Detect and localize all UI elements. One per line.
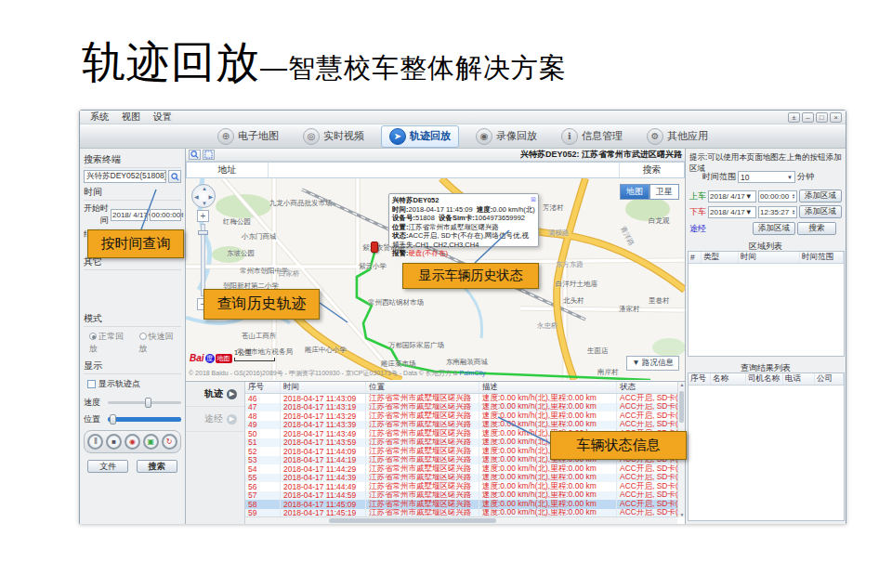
tab-live-video[interactable]: ◎ 实时视频: [295, 126, 372, 147]
terminal-dropdown[interactable]: 兴特苏DEY052(51808) ▼: [84, 170, 166, 183]
column-header[interactable]: 时间: [281, 382, 366, 393]
file-button[interactable]: 文件: [87, 460, 128, 473]
board-date-picker[interactable]: 2018/ 4/17▼: [708, 190, 756, 203]
loop-button[interactable]: ↻: [162, 434, 177, 450]
zoom-in-button[interactable]: +: [197, 210, 209, 222]
scrollbar-thumb[interactable]: [329, 518, 496, 523]
map-region-select-button[interactable]: [203, 150, 215, 160]
spinner-down-icon[interactable]: ▼: [180, 215, 184, 217]
search-terminal-label: 搜索终端: [84, 153, 181, 168]
table-row[interactable]: 472018-04-17 11:43:19江苏省常州市戚墅堰区曙兴路速度:0.0…: [245, 403, 685, 412]
compass-icon[interactable]: ▲▼ ◀▶: [191, 184, 216, 208]
map-zoom-tool-button[interactable]: [189, 150, 201, 160]
traffic-info-button[interactable]: ▼ 路况信息: [626, 356, 679, 371]
chevron-down-icon: ▼: [745, 192, 753, 201]
tab-other-apps[interactable]: ⚙ 其他应用: [639, 126, 715, 147]
column-header[interactable]: 电话: [783, 373, 815, 385]
show-track-points-checkbox[interactable]: 显示轨迹点: [84, 376, 181, 392]
close-button[interactable]: ×: [830, 112, 842, 123]
address-search-button[interactable]: 搜索: [619, 163, 684, 177]
map-icon: ⊕: [217, 128, 234, 145]
column-header[interactable]: 位置: [366, 382, 479, 393]
terminal-search-button[interactable]: [168, 170, 181, 183]
column-header[interactable]: 状态: [617, 382, 685, 393]
position-slider[interactable]: [108, 417, 181, 422]
table-tabs: 轨迹 ▶ 途经 ▶: [186, 382, 245, 524]
horizontal-scrollbar[interactable]: [245, 516, 677, 524]
map-type-toggle: 地图 卫星: [620, 184, 679, 200]
minimize-button[interactable]: –: [802, 112, 814, 123]
zoom-slider[interactable]: [201, 224, 205, 296]
board-time-spinner[interactable]: 00:00:00▲▼: [758, 190, 797, 203]
tab-track[interactable]: 轨迹 ▶: [186, 382, 244, 407]
restore-button[interactable]: □: [816, 112, 828, 123]
tab-track-playback[interactable]: ➤ 轨迹回放: [381, 125, 459, 148]
scroll-up-icon[interactable]: ▲: [678, 382, 685, 387]
region-search-button[interactable]: 搜索: [797, 222, 836, 235]
map-label: 雕庄中心小学: [305, 346, 347, 355]
column-header[interactable]: 序号: [689, 373, 711, 385]
scrollbar-thumb[interactable]: [679, 391, 684, 423]
frame-button[interactable]: ▣: [143, 434, 159, 450]
column-header[interactable]: 名称: [711, 373, 746, 385]
menu-view[interactable]: 视图: [115, 111, 147, 124]
window-controls: ± – □ ×: [788, 112, 842, 123]
column-header[interactable]: 类型: [702, 252, 739, 263]
sidebar-search-button[interactable]: 搜索: [137, 460, 177, 473]
main-toolbar: ⊕ 电子地图 ◎ 实时视频 ➤ 轨迹回放 ◉ 录像回放 ℹ 信息管理 ⚙ 其他应…: [80, 124, 846, 149]
tab-via[interactable]: 途经 ▶: [186, 407, 244, 432]
radio-normal-playback[interactable]: 正常回放: [89, 331, 132, 355]
column-header[interactable]: #: [689, 252, 702, 263]
table-row[interactable]: 462018-04-17 11:43:09江苏省常州市戚墅堰区曙兴路速度:0.0…: [245, 394, 685, 403]
table-row[interactable]: 492018-04-17 11:43:39江苏省常州市戚墅堰区曙兴路速度:0.0…: [245, 421, 685, 430]
table-row[interactable]: 572018-04-17 11:44:59江苏省常州市戚墅堰区曙兴路速度:0.0…: [245, 491, 685, 501]
add-via-region-button[interactable]: 添加区域: [753, 222, 795, 235]
column-header[interactable]: 时间范围: [800, 252, 844, 263]
region-list: #类型时间时间范围: [688, 251, 845, 357]
table-row[interactable]: 582018-04-17 11:45:09江苏省常州市戚墅堰区曙兴路速度:0.0…: [245, 500, 685, 509]
column-header[interactable]: 时间: [739, 252, 800, 263]
stop-button[interactable]: ■: [106, 434, 122, 450]
spinner-down-icon[interactable]: ▼: [792, 212, 795, 215]
tab-video-playback[interactable]: ◉ 录像回放: [468, 126, 544, 147]
slider-thumb[interactable]: [145, 398, 151, 408]
popup-close-icon[interactable]: ⊠: [531, 195, 536, 204]
start-time-spinner[interactable]: 00:00:00 ▲▼: [150, 209, 181, 221]
table-row[interactable]: 562018-04-17 11:44:49江苏省常州市戚墅堰区曙兴路速度:0.0…: [245, 482, 685, 491]
column-header[interactable]: 公司: [815, 373, 844, 385]
address-input[interactable]: [269, 163, 619, 177]
column-header[interactable]: 司机名称: [746, 373, 783, 385]
map-type-satellite-button[interactable]: 卫星: [649, 184, 679, 200]
tab-electronic-map[interactable]: ⊕ 电子地图: [210, 126, 286, 147]
map-label: 生面店: [587, 346, 609, 356]
time-range-select[interactable]: 10 ▼: [738, 171, 795, 183]
zoom-slider-thumb[interactable]: [198, 230, 208, 235]
menu-system[interactable]: 系统: [84, 111, 115, 124]
pin-button[interactable]: ±: [788, 112, 800, 123]
display-group-label: 显示: [84, 359, 181, 374]
position-slider-row: 位置: [84, 413, 181, 425]
via-row: 途经 添加区域 搜索: [686, 222, 846, 235]
column-header[interactable]: 序号: [245, 382, 281, 393]
table-row[interactable]: 552018-04-17 11:44:39江苏省常州市戚墅堰区曙兴路速度:0.0…: [245, 474, 685, 483]
column-header[interactable]: 描述: [479, 382, 617, 393]
scroll-down-icon[interactable]: ▼: [678, 512, 685, 517]
vehicle-marker[interactable]: [371, 242, 378, 253]
table-row[interactable]: 482018-04-17 11:43:29江苏省常州市戚墅堰区曙兴路速度:0.0…: [245, 412, 685, 421]
menu-settings[interactable]: 设置: [147, 111, 178, 124]
speed-slider[interactable]: [108, 401, 181, 404]
table-row[interactable]: 542018-04-17 11:44:29江苏省常州市戚墅堰区曙兴路速度:0.0…: [245, 464, 685, 474]
map-type-map-button[interactable]: 地图: [620, 184, 649, 200]
add-board-region-button[interactable]: 添加区域: [799, 189, 842, 203]
start-date-picker[interactable]: 2018/ 4/17▼: [111, 209, 148, 221]
add-alight-region-button[interactable]: 添加区域: [799, 205, 842, 218]
spinner-down-icon[interactable]: ▼: [792, 196, 795, 199]
alight-time-spinner[interactable]: 12:35:27▲▼: [758, 206, 797, 218]
slider-thumb[interactable]: [110, 414, 116, 425]
radio-fast-playback[interactable]: 快速回放: [139, 331, 182, 355]
map-copyright: © 2018 Baidu - GS(2016)2089号 - 甲测资字11009…: [189, 369, 486, 378]
tab-info-management[interactable]: ℹ 信息管理: [554, 126, 630, 147]
record-button[interactable]: ◉: [125, 434, 140, 450]
pause-button[interactable]: Ⅱ: [87, 434, 103, 450]
alight-date-picker[interactable]: 2018/ 4/17▼: [708, 206, 756, 218]
